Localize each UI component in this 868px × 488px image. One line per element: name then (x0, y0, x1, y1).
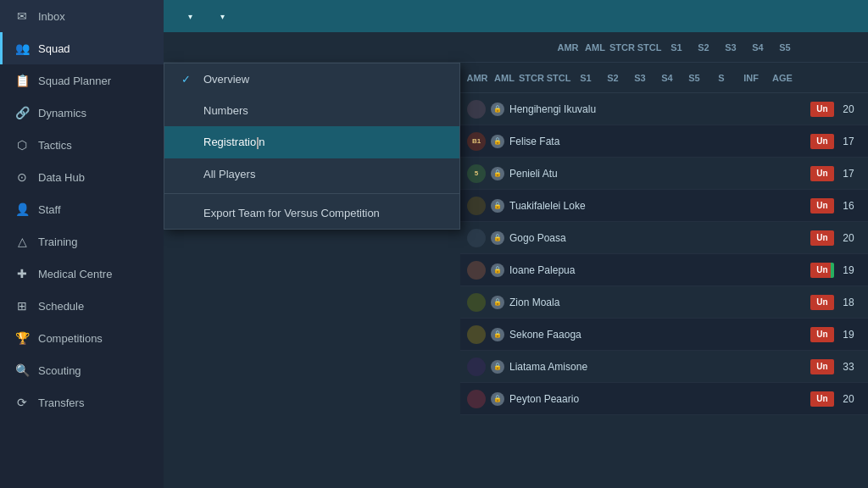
dropdown-label-export: Export Team for Versus Competition (203, 207, 380, 219)
player-name-0: Hengihengi Ikuvalu (509, 103, 596, 115)
sidebar-item-tactics[interactable]: ⬡ Tactics (0, 129, 164, 161)
inf-badge-6: Un (810, 295, 834, 310)
player-avatar-2: 5 (467, 164, 486, 183)
pos-col-s4: S4 (654, 73, 681, 83)
sidebar-item-label-staff: Staff (38, 203, 61, 216)
sidebar-item-label-transfers: Transfers (38, 396, 84, 409)
content-area: AMRAMLSTCRSTCLS1S2S3S4S5 ✓OverviewNumber… (164, 32, 868, 488)
table-row[interactable]: 🔒 Zion Moala Un 18 (460, 286, 868, 319)
pos-col-aml: AML (491, 73, 518, 83)
main-pos-col-s1: S1 (663, 42, 690, 53)
sidebar-item-label-tactics: Tactics (38, 139, 72, 152)
player-avatar-3 (467, 197, 486, 215)
training-icon: △ (14, 234, 30, 249)
table-row[interactable]: 🔒 Gogo Poasa Un 20 (460, 222, 868, 254)
age-col-9: 20 (836, 393, 861, 405)
medical-centre-icon: ✚ (14, 266, 30, 281)
dropdown-item-all-players[interactable]: All Players (164, 158, 459, 190)
dropdown-item-numbers[interactable]: Numbers (164, 95, 459, 126)
sidebar-item-transfers[interactable]: ⟳ Transfers (0, 386, 164, 419)
dropdown-menu: ✓OverviewNumbersRegistrationAll PlayersE… (164, 63, 460, 230)
tactics-icon: ⬡ (14, 137, 30, 152)
sidebar-item-label-schedule: Schedule (38, 300, 84, 313)
player-avatar-7 (467, 325, 486, 344)
table-row[interactable]: 🔒 Liatama Amisone Un 33 (460, 351, 868, 383)
pos-col-stcr: STCR (518, 73, 545, 83)
dropdown-overlay: ✓OverviewNumbersRegistrationAll PlayersE… (164, 63, 868, 488)
player-name-2: Penieli Atu (509, 168, 558, 180)
table-rows-area: AMRAMLSTCRSTCLS1S2S3S4S5S INF AGE 🔒 Heng… (460, 63, 868, 488)
transfers-icon: ⟳ (14, 395, 30, 410)
table-body: 🔒 Hengihengi Ikuvalu Un 20 B1 🔒 Felise F… (460, 93, 868, 415)
sidebar-item-scouting[interactable]: 🔍 Scouting (0, 354, 164, 386)
dropdown-item-export[interactable]: Export Team for Versus Competition (164, 197, 459, 229)
overview-nav-button[interactable]: ▾ (174, 7, 203, 26)
sidebar-item-training[interactable]: △ Training (0, 225, 164, 258)
sidebar-item-schedule[interactable]: ⊞ Schedule (0, 290, 164, 322)
sidebar-item-medical-centre[interactable]: ✚ Medical Centre (0, 258, 164, 290)
age-col-7: 19 (836, 329, 861, 341)
table-row[interactable]: 5 🔒 Penieli Atu Un 17 (460, 158, 868, 190)
international-nav-button[interactable]: ▾ (206, 7, 235, 26)
table-row[interactable]: 🔒 Sekone Faaoga Un 19 (460, 319, 868, 351)
player-info-2: 5 🔒 Penieli Atu (467, 164, 810, 183)
nationality-icon-1: 🔒 (491, 135, 504, 148)
player-avatar-0 (467, 100, 486, 119)
table-header: AMRAMLSTCRSTCLS1S2S3S4S5 (164, 32, 868, 63)
pos-col-stcl: STCL (545, 73, 572, 83)
main-pos-col-aml: AML (581, 42, 609, 53)
international-chevron-icon: ▾ (220, 12, 225, 21)
inf-badge-2: Un (810, 166, 834, 181)
check-icon-overview: ✓ (181, 73, 195, 86)
nationality-icon-3: 🔒 (491, 199, 504, 213)
top-nav: ▾ ▾ (164, 0, 868, 32)
dropdown-label-all-players: All Players (203, 168, 255, 180)
dropdown-item-registration[interactable]: Registration (164, 126, 459, 158)
player-name-9: Peyton Peaario (509, 393, 579, 405)
player-avatar-9 (467, 390, 486, 408)
sidebar-item-squad-planner[interactable]: 📋 Squad Planner (0, 64, 164, 97)
sidebar-item-label-training: Training (38, 236, 77, 248)
age-col-8: 33 (836, 361, 861, 373)
player-name-8: Liatama Amisone (509, 361, 587, 373)
player-avatar-1: B1 (467, 132, 486, 151)
sidebar-item-label-medical-centre: Medical Centre (38, 268, 112, 280)
player-name-6: Zion Moala (509, 297, 559, 308)
player-info-9: 🔒 Peyton Peaario (467, 390, 810, 408)
sidebar-item-dynamics[interactable]: 🔗 Dynamics (0, 97, 164, 129)
sidebar-item-inbox[interactable]: ✉ Inbox (0, 0, 164, 32)
main-pos-col-s3: S3 (717, 42, 744, 53)
inf-header-partial: INF (735, 73, 767, 83)
sidebar-item-competitions[interactable]: 🏆 Competitions (0, 322, 164, 354)
main-pos-col-stcl: STCL (636, 42, 663, 53)
dropdown-label-registration: Registration (203, 136, 264, 149)
age-col-5: 19 (836, 264, 861, 276)
player-name-1: Felise Fata (509, 136, 559, 147)
dropdown-item-overview[interactable]: ✓Overview (164, 64, 459, 95)
player-avatar-8 (467, 358, 486, 376)
main-pos-col-s4: S4 (744, 42, 771, 53)
staff-icon: 👤 (14, 202, 30, 217)
dropdown-label-overview: Overview (203, 73, 249, 86)
dynamics-icon: 🔗 (14, 105, 30, 120)
inf-badge-5: Un (810, 263, 834, 278)
pos-col-s5: S5 (681, 73, 708, 83)
age-col-6: 18 (836, 297, 861, 308)
sidebar-item-data-hub[interactable]: ⊙ Data Hub (0, 161, 164, 193)
main-content: ▾ ▾ AMRAMLSTCRSTCLS1S2S3S4S5 ✓OverviewNu… (164, 0, 868, 488)
table-row[interactable]: B1 🔒 Felise Fata Un 17 (460, 125, 868, 158)
table-row[interactable]: 🔒 Ioane Palepua Un 19 (460, 254, 868, 286)
position-cols: AMRAMLSTCRSTCLS1S2S3S4S5 (554, 42, 798, 53)
player-info-1: B1 🔒 Felise Fata (467, 132, 810, 151)
table-row[interactable]: 🔒 Peyton Peaario Un 20 (460, 383, 868, 415)
sidebar-item-label-inbox: Inbox (38, 10, 65, 23)
player-name-7: Sekone Faaoga (509, 329, 581, 341)
sidebar-item-staff[interactable]: 👤 Staff (0, 193, 164, 225)
nationality-icon-6: 🔒 (491, 296, 504, 309)
table-row[interactable]: 🔒 Tuakifalelei Loke Un 16 (460, 190, 868, 222)
sidebar-item-squad[interactable]: 👥 Squad (0, 32, 164, 64)
inf-badge-3: Un (810, 198, 834, 214)
table-row[interactable]: 🔒 Hengihengi Ikuvalu Un 20 (460, 93, 868, 125)
nationality-icon-5: 🔒 (491, 263, 504, 277)
pos-col-s: S (708, 73, 735, 83)
